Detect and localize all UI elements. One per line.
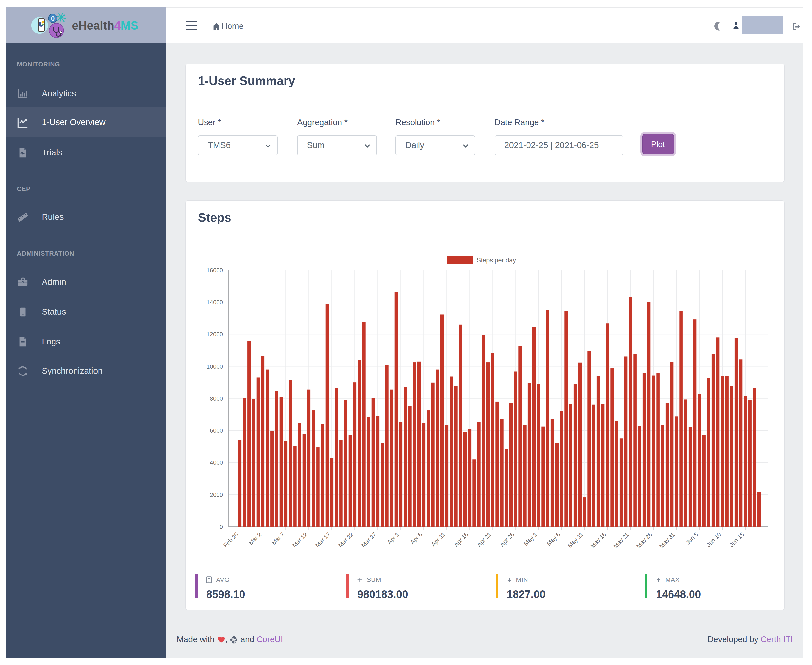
svg-text:May 11: May 11 — [566, 531, 584, 549]
svg-text:Steps per day: Steps per day — [476, 256, 515, 264]
svg-text:16000: 16000 — [206, 267, 223, 274]
svg-text:Mar 12: Mar 12 — [291, 531, 308, 548]
svg-text:Mar 27: Mar 27 — [360, 531, 377, 548]
svg-text:0: 0 — [220, 523, 223, 530]
svg-text:eHealth4MS: eHealth4MS — [72, 19, 138, 32]
svg-text:May 6: May 6 — [545, 531, 561, 547]
svg-text:Apr 1: Apr 1 — [386, 531, 400, 545]
svg-text:Mar 22: Mar 22 — [337, 531, 354, 548]
svg-text:May 21: May 21 — [612, 531, 630, 549]
svg-text:May 31: May 31 — [658, 531, 676, 549]
svg-text:2000: 2000 — [210, 491, 223, 498]
svg-text:Feb 25: Feb 25 — [222, 531, 239, 548]
svg-text:Jun 5: Jun 5 — [684, 531, 699, 545]
svg-text:12000: 12000 — [206, 331, 223, 337]
svg-text:0: 0 — [51, 15, 54, 22]
svg-text:14000: 14000 — [206, 299, 223, 305]
svg-text:Jun 10: Jun 10 — [705, 531, 722, 548]
svg-text:Apr 21: Apr 21 — [476, 531, 492, 547]
svg-text:May 26: May 26 — [635, 531, 653, 549]
svg-text:Apr 11: Apr 11 — [430, 531, 446, 547]
svg-text:Apr 16: Apr 16 — [453, 531, 469, 547]
svg-text:Jun 15: Jun 15 — [728, 531, 745, 548]
svg-text:8000: 8000 — [210, 395, 223, 401]
svg-text:10000: 10000 — [206, 363, 223, 370]
svg-text:4000: 4000 — [210, 459, 223, 466]
svg-text:May 16: May 16 — [589, 531, 607, 549]
svg-text:Mar 7: Mar 7 — [270, 531, 285, 546]
svg-text:Mar 2: Mar 2 — [247, 531, 262, 546]
svg-text:6000: 6000 — [210, 427, 223, 434]
svg-text:Mar 17: Mar 17 — [314, 531, 331, 548]
svg-text:May 1: May 1 — [522, 531, 538, 547]
svg-text:Apr 26: Apr 26 — [499, 531, 515, 547]
svg-text:Apr 6: Apr 6 — [409, 531, 423, 545]
